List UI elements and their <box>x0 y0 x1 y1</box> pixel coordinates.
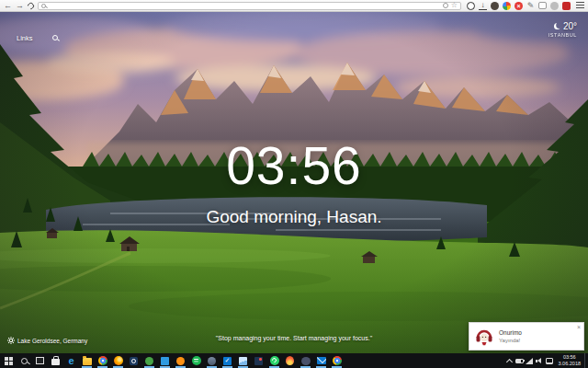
taskbar-clock[interactable]: 03:56 3.06.2018 <box>555 354 584 366</box>
flame-app-icon[interactable] <box>282 353 298 368</box>
download-extension-icon[interactable]: ↓ <box>477 0 489 11</box>
vscode-icon-glyph <box>161 357 169 365</box>
orange-app-icon-glyph <box>176 357 185 365</box>
o-extension-icon[interactable] <box>465 0 477 11</box>
whatsapp-icon[interactable] <box>266 353 282 368</box>
photoshop-icon[interactable] <box>251 353 266 368</box>
search-app-icon[interactable] <box>126 353 141 368</box>
chrome-secondary-icon[interactable] <box>329 353 345 368</box>
taskbar-search-button-glyph <box>21 358 28 364</box>
show-desktop-button[interactable] <box>584 353 588 368</box>
edge-icon[interactable]: e <box>63 353 79 368</box>
photo-location-label: Lake Geroldsee, Germany <box>17 338 87 344</box>
photos-icon-glyph <box>239 357 247 365</box>
firefox-icon[interactable] <box>110 353 126 368</box>
reload-icon[interactable] <box>27 1 36 10</box>
chrome-secondary-icon-glyph <box>333 356 342 365</box>
vscode-icon[interactable] <box>157 353 173 368</box>
address-bar[interactable]: ☆ <box>38 2 461 10</box>
search-icon <box>41 4 46 8</box>
clock: 03:56 <box>0 140 588 192</box>
screen: ← → ☆ ↓×✎ <box>0 0 588 368</box>
page-search-icon[interactable] <box>52 35 58 40</box>
o-extension-icon-glyph <box>467 2 475 10</box>
new-tab-page: Links 20° ISTANBUL 03:56 Good morning, H… <box>0 12 588 353</box>
weather-city: ISTANBUL <box>548 32 577 38</box>
microsoft-store-icon-glyph <box>51 359 60 365</box>
spotify-icon-glyph <box>192 356 201 365</box>
whatsapp-icon-glyph <box>270 356 279 365</box>
links-menu[interactable]: Links <box>17 34 33 42</box>
green-app-icon-glyph <box>145 357 153 365</box>
chrome-icon[interactable] <box>95 353 110 368</box>
taskbar-time: 03:56 <box>559 354 581 361</box>
gray-extension-icon-glyph <box>550 2 559 10</box>
photos-icon[interactable] <box>235 353 251 368</box>
adblock-extension-icon[interactable]: × <box>513 0 525 11</box>
bookmark-star-icon[interactable]: ☆ <box>451 2 458 9</box>
file-explorer-icon-glyph <box>83 358 92 365</box>
taskbar-apps: e✓ <box>1 353 345 368</box>
tray-chevron-icon[interactable] <box>504 353 514 368</box>
browser-toolbar: ← → ☆ ↓×✎ <box>0 0 588 12</box>
menu-icon[interactable] <box>576 2 584 9</box>
red-mask-extension-icon-glyph <box>562 2 571 10</box>
adblock-extension-icon-glyph: × <box>514 2 523 10</box>
notification-toast[interactable]: Onurimo Yayında! × <box>469 322 584 351</box>
colorwheel-extension-icon[interactable] <box>501 0 513 11</box>
edge-icon-glyph: e <box>68 356 74 366</box>
notification-title: Onurimo <box>499 329 522 336</box>
taskbar: e✓ 03:56 3.06.2018 <box>0 353 588 368</box>
discord-icon-glyph <box>301 357 311 365</box>
taskbar-date: 3.06.2018 <box>559 361 581 367</box>
forward-icon[interactable]: → <box>16 2 24 10</box>
action-center-icon[interactable] <box>545 353 555 368</box>
colorwheel-extension-icon-glyph <box>503 2 511 10</box>
moon-weather-icon <box>554 23 560 29</box>
task-view-button[interactable] <box>32 353 48 368</box>
mail-app-icon[interactable] <box>313 353 329 368</box>
notification-close-icon[interactable]: × <box>577 324 581 330</box>
file-explorer-icon[interactable] <box>79 353 95 368</box>
tray-battery-icon[interactable] <box>514 353 525 368</box>
streamer-avatar-icon <box>474 327 494 347</box>
firefox-icon-glyph <box>114 356 123 365</box>
edit-person-extension-icon-glyph: ✎ <box>527 2 535 10</box>
spotify-icon[interactable] <box>188 353 204 368</box>
onedrive-icon-glyph: ✓ <box>223 357 232 365</box>
chat-bubble-extension-icon-glyph <box>538 2 547 9</box>
green-app-icon[interactable] <box>141 353 157 368</box>
chat-bubble-extension-icon[interactable] <box>537 0 548 11</box>
photoshop-icon-glyph <box>254 357 263 365</box>
steam-icon[interactable] <box>204 353 220 368</box>
globe-icon[interactable] <box>443 3 448 8</box>
flame-app-icon-glyph <box>286 356 294 365</box>
microsoft-store-icon[interactable] <box>48 353 63 368</box>
start-button[interactable] <box>1 353 17 368</box>
discord-icon[interactable] <box>298 353 313 368</box>
weather-widget[interactable]: 20° ISTANBUL <box>548 21 577 38</box>
gray-extension-icon[interactable] <box>548 0 560 11</box>
taskbar-search-button[interactable] <box>17 353 32 368</box>
system-tray: 03:56 3.06.2018 <box>504 353 588 368</box>
action-center-icon-glyph <box>546 358 553 364</box>
tray-network-icon[interactable] <box>525 353 535 368</box>
back-icon[interactable]: ← <box>4 2 12 10</box>
edit-person-extension-icon[interactable]: ✎ <box>525 0 537 11</box>
red-mask-extension-icon[interactable] <box>560 0 572 11</box>
extensions-row: ↓×✎ <box>465 0 572 11</box>
mail-app-icon-glyph <box>317 357 326 364</box>
tray-volume-icon-glyph <box>536 357 543 364</box>
chrome-icon-glyph <box>98 356 107 365</box>
orange-app-icon[interactable] <box>173 353 188 368</box>
tray-icons <box>504 353 555 368</box>
download-extension-icon-glyph: ↓ <box>479 2 487 10</box>
greeting: Good morning, Hasan. <box>0 207 588 227</box>
photo-location: Lake Geroldsee, Germany <box>7 337 87 344</box>
gear-icon[interactable] <box>7 337 15 344</box>
start-button-glyph <box>5 357 13 365</box>
tray-volume-icon[interactable] <box>535 353 545 368</box>
tray-network-icon-glyph <box>526 358 533 364</box>
gimp-extension-icon[interactable] <box>489 0 501 11</box>
onedrive-icon[interactable]: ✓ <box>220 353 235 368</box>
